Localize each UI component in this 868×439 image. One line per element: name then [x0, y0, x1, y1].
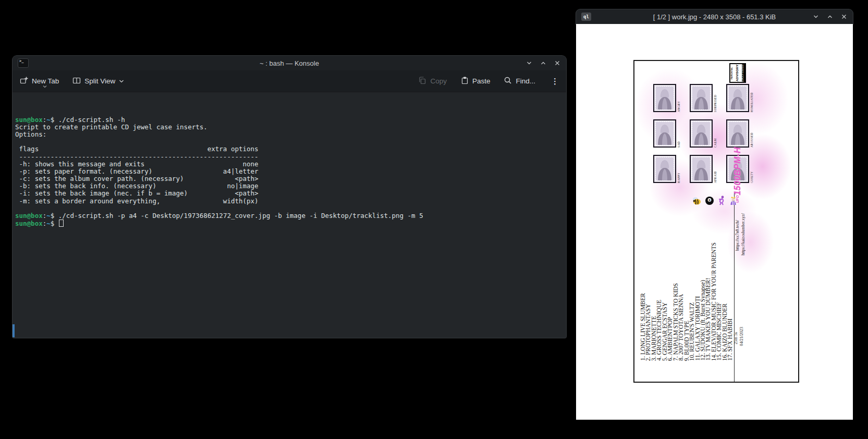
track-title: 6. AMBIENTPOP [667, 317, 673, 361]
terminal-line: -c: sets the album cover path. (necessar… [15, 175, 566, 182]
stamp-image [690, 84, 713, 112]
split-view-chevron-icon [119, 77, 124, 85]
split-view-icon [72, 76, 81, 86]
advisory-line3: EXPLICIT CONTENT [742, 64, 745, 82]
konsole-toolbar: New Tab Split View Copy Paste [13, 70, 566, 92]
track-title: 11. GALAXY TORIMOTI [695, 296, 700, 361]
terminal-line: -b: sets the back info. (necessary) no|i… [15, 182, 566, 190]
eight-ball-icon: 8 [705, 196, 714, 205]
terminal-line [15, 205, 566, 212]
close-icon[interactable] [554, 59, 561, 67]
terminal-scrollbar[interactable] [13, 324, 15, 337]
find-label: Find... [516, 77, 535, 85]
spine-fold-line [734, 193, 735, 382]
minimize-icon[interactable] [812, 13, 820, 20]
image-viewer-window: ql [ 1/2 ] work.jpg - 2480 x 3508 - 651.… [576, 9, 853, 420]
advisory-line2: ADVISORY [736, 65, 739, 82]
bee-icon [692, 196, 702, 205]
stamp-image [726, 84, 749, 112]
stamp-image [690, 155, 713, 183]
bpm-text: UFO1500BPM-H [733, 147, 742, 203]
king-icon [729, 196, 738, 205]
terminal-line: sun@box:~$ [15, 219, 566, 227]
split-view-button[interactable]: Split View [72, 76, 124, 86]
track-title: 2. PROTOPHANTASY [645, 304, 651, 361]
paste-label: Paste [472, 77, 491, 85]
stamp-label: HUMILIATED [750, 84, 753, 112]
terminal-content[interactable]: sun@box:~$ ./cd-script.sh -hScript to cr… [13, 92, 566, 338]
desktop: { "desktop": { "bg": "#000000" }, "konso… [0, 0, 868, 439]
copy-label: Copy [430, 77, 447, 85]
emoji-icon-row: 8 [692, 196, 738, 205]
konsole-titlebar[interactable]: >_ ~ : bash — Konsole [13, 56, 566, 70]
stamp-label: GUILTY [750, 155, 753, 183]
search-icon [504, 76, 512, 86]
terminal-cursor [59, 219, 64, 227]
split-view-label: Split View [84, 77, 115, 85]
stamp-label: SURPRISED [714, 84, 717, 112]
bpm-main-text: 1500BPM-H [733, 147, 742, 196]
url-text: https://kaizoslumber.xyz/ [741, 213, 745, 255]
stamp: HAPPY [653, 155, 690, 190]
stamp-image [653, 119, 676, 148]
stamp: HUMILIATED [726, 84, 763, 119]
terminal-line: -i: sets the back image (nec. if b = ima… [15, 190, 566, 197]
duration-text: 25m 5s [733, 332, 738, 344]
new-tab-menu-chevron-icon[interactable] [43, 82, 47, 90]
track-title: 4. GROSS TECHNIQUE [656, 300, 662, 361]
terminal-line: -p: sets paper format. (necessary) a4|le… [15, 168, 566, 175]
tracklist: 1. LONG LIVE SLUMBER2. PROTOPHANTASY3. M… [640, 242, 733, 361]
minimize-icon[interactable] [525, 59, 533, 67]
close-icon[interactable] [840, 13, 848, 20]
new-tab-icon [20, 76, 28, 86]
overflow-menu-icon[interactable]: ⋮ [551, 77, 559, 86]
stamp-image [690, 119, 713, 148]
track-title: 17. SFX HABIBI [727, 319, 732, 361]
terminal-line: sun@box:~$ ./cd-script.sh -p a4 -c Deskt… [15, 212, 566, 219]
stamp-image [726, 119, 749, 148]
stamp: AROUSED [726, 119, 763, 155]
paste-button[interactable]: Paste [460, 76, 491, 86]
maximize-icon[interactable] [826, 13, 834, 20]
track-title: 15. COMIC MISCHIEF [716, 302, 722, 361]
paste-icon [460, 76, 469, 86]
terminal-line: Options: [15, 131, 566, 138]
date-text: 04/21/2023 [739, 327, 744, 346]
maximize-icon[interactable] [540, 59, 547, 67]
stamp: ANGRY [653, 84, 690, 119]
terminal-line: flags extra options [15, 145, 566, 153]
terminal-line: -h: shows this message and exits none [15, 161, 566, 168]
terminal-line: Script to create printable CD jewel case… [15, 124, 566, 131]
viewer-app-icon: ql [581, 13, 591, 21]
viewer-canvas[interactable]: ANGRY SURPRISED HUMILIATED SAD CALM [576, 24, 853, 420]
stamp: SAD [653, 119, 690, 155]
stamp: GUILTY [726, 155, 763, 190]
stamp: CALM [690, 119, 726, 155]
cd-insert-artwork: ANGRY SURPRISED HUMILIATED SAD CALM [633, 60, 799, 383]
konsole-window-title: ~ : bash — Konsole [13, 59, 566, 67]
dancer-icon [717, 196, 726, 205]
konsole-app-icon: >_ [18, 58, 29, 68]
new-tab-button[interactable]: New Tab [20, 76, 59, 86]
terminal-line: ----------------------------------------… [15, 153, 566, 161]
parental-advisory-label: PARENTAL ADVISORY EXPLICIT CONTENT [729, 63, 746, 83]
copy-icon [418, 76, 426, 86]
stamp-label: CALM [714, 119, 717, 148]
stamp-image [653, 155, 676, 183]
stamp-label: HAPPY [677, 155, 680, 183]
stamp-label: AFRAID [714, 155, 717, 183]
stamp-grid: ANGRY SURPRISED HUMILIATED SAD CALM [653, 84, 763, 190]
viewer-window-title: [ 1/2 ] work.jpg - 2480 x 3508 - 651.3 K… [576, 13, 853, 21]
copy-button[interactable]: Copy [418, 76, 447, 86]
konsole-window: >_ ~ : bash — Konsole New Tab [13, 56, 566, 338]
stamp: SURPRISED [690, 84, 726, 119]
terminal-line: -m: sets a border around everything, wid… [15, 198, 566, 205]
stamp-label: ANGRY [677, 84, 680, 112]
stamp-label: AROUSED [750, 119, 753, 148]
viewer-titlebar[interactable]: ql [ 1/2 ] work.jpg - 2480 x 3508 - 651.… [576, 9, 853, 24]
stamp-image [653, 84, 676, 112]
track-title: 13. TV MAKES YOU DUMBER! [705, 278, 711, 361]
stamp-label: SAD [677, 119, 680, 148]
find-button[interactable]: Find... [504, 76, 535, 86]
terminal-line [15, 138, 566, 145]
